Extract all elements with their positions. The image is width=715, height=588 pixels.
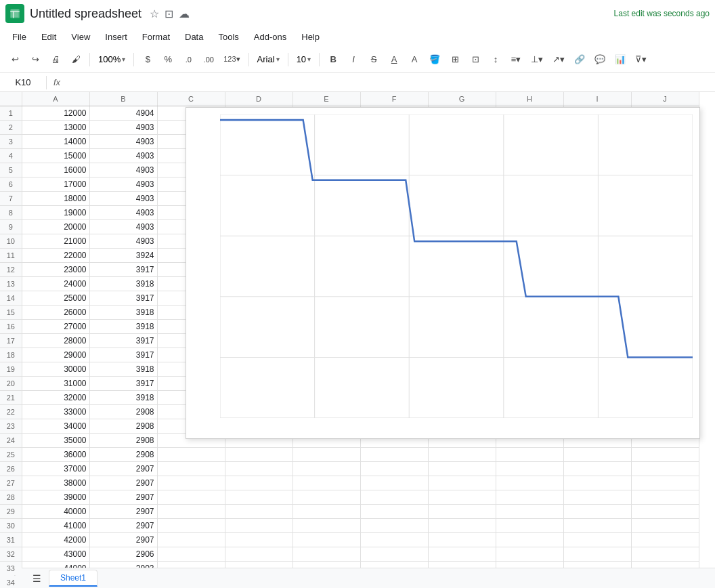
insert-comment-button[interactable]: 💬: [590, 50, 609, 69]
cell-a15[interactable]: 26000: [22, 305, 89, 319]
cell-a9[interactable]: 20000: [22, 219, 89, 234]
cell-empty-30-2[interactable]: [292, 532, 360, 547]
cell-empty-25-0[interactable]: [157, 461, 225, 476]
cell-empty-25-7[interactable]: [631, 461, 699, 476]
font-dropdown[interactable]: Arial ▾: [253, 50, 284, 69]
menu-item-format[interactable]: Format: [135, 30, 177, 43]
cell-empty-26-0[interactable]: [157, 476, 225, 490]
formula-input[interactable]: [67, 77, 712, 87]
cell-empty-31-3[interactable]: [360, 547, 428, 561]
cell-a13[interactable]: 24000: [22, 276, 89, 291]
cell-empty-24-1[interactable]: [225, 447, 292, 461]
cell-empty-26-7[interactable]: [631, 476, 699, 490]
cell-empty-30-4[interactable]: [428, 532, 496, 547]
cell-a4[interactable]: 15000: [22, 148, 89, 163]
history-icon[interactable]: ⊡: [165, 7, 173, 20]
cell-empty-30-0[interactable]: [157, 532, 225, 547]
cell-a26[interactable]: 37000: [22, 461, 89, 476]
cell-empty-26-3[interactable]: [360, 476, 428, 490]
col-header-c[interactable]: C: [157, 92, 225, 106]
cell-b28[interactable]: 2907: [89, 490, 157, 504]
cell-empty-28-4[interactable]: [428, 504, 496, 518]
col-header-e[interactable]: E: [292, 92, 360, 106]
cell-a7[interactable]: 18000: [22, 191, 89, 205]
cell-a8[interactable]: 19000: [22, 205, 89, 219]
cell-b1[interactable]: 4904: [89, 106, 157, 120]
fill-color-button[interactable]: 🪣: [425, 50, 444, 69]
cell-empty-24-7[interactable]: [631, 447, 699, 461]
cell-empty-27-1[interactable]: [225, 490, 292, 504]
cell-b30[interactable]: 2907: [89, 518, 157, 532]
cell-b29[interactable]: 2907: [89, 504, 157, 518]
cell-a3[interactable]: 14000: [22, 134, 89, 148]
cell-a17[interactable]: 28000: [22, 333, 89, 348]
menu-item-tools[interactable]: Tools: [211, 30, 245, 43]
cell-empty-31-4[interactable]: [428, 547, 496, 561]
insert-chart-button[interactable]: 📊: [611, 50, 630, 69]
cell-b18[interactable]: 3917: [89, 348, 157, 362]
cell-b19[interactable]: 3918: [89, 362, 157, 376]
cloud-icon[interactable]: ☁: [179, 7, 190, 20]
cell-empty-30-1[interactable]: [225, 532, 292, 547]
insert-link-button[interactable]: 🔗: [570, 50, 589, 69]
cell-b12[interactable]: 3917: [89, 262, 157, 276]
cell-empty-24-4[interactable]: [428, 447, 496, 461]
cell-a11[interactable]: 22000: [22, 248, 89, 262]
cell-empty-25-6[interactable]: [563, 461, 631, 476]
cell-empty-24-0[interactable]: [157, 447, 225, 461]
print-button[interactable]: 🖨: [46, 50, 65, 69]
percent-button[interactable]: %: [158, 50, 177, 69]
cell-a1[interactable]: 12000: [22, 106, 89, 120]
cell-a2[interactable]: 13000: [22, 120, 89, 134]
bold-button[interactable]: B: [324, 50, 343, 69]
col-header-b[interactable]: B: [89, 92, 157, 106]
cell-empty-30-3[interactable]: [360, 532, 428, 547]
filter-button[interactable]: ⊽▾: [631, 50, 651, 69]
underline-button[interactable]: A: [385, 50, 404, 69]
cell-reference-input[interactable]: K10: [3, 76, 43, 89]
cell-b24[interactable]: 2908: [89, 433, 157, 447]
cell-a25[interactable]: 36000: [22, 447, 89, 461]
cell-empty-31-7[interactable]: [631, 547, 699, 561]
cell-empty-31-2[interactable]: [292, 547, 360, 561]
cell-b3[interactable]: 4903: [89, 134, 157, 148]
cell-a21[interactable]: 32000: [22, 390, 89, 404]
cell-empty-29-3[interactable]: [360, 518, 428, 532]
cell-b11[interactable]: 3924: [89, 248, 157, 262]
cell-empty-27-2[interactable]: [292, 490, 360, 504]
cell-empty-27-0[interactable]: [157, 490, 225, 504]
cell-empty-26-1[interactable]: [225, 476, 292, 490]
cell-b10[interactable]: 4903: [89, 234, 157, 248]
cell-b7[interactable]: 4903: [89, 191, 157, 205]
cell-b9[interactable]: 4903: [89, 219, 157, 234]
merge-button[interactable]: ⊡: [466, 50, 485, 69]
cell-empty-26-2[interactable]: [292, 476, 360, 490]
cell-empty-28-7[interactable]: [631, 504, 699, 518]
cell-empty-24-3[interactable]: [360, 447, 428, 461]
paint-format-button[interactable]: 🖌: [66, 50, 85, 69]
cell-empty-25-4[interactable]: [428, 461, 496, 476]
cell-a10[interactable]: 21000: [22, 234, 89, 248]
col-header-d[interactable]: D: [225, 92, 292, 106]
col-header-i[interactable]: I: [563, 92, 631, 106]
cell-empty-26-6[interactable]: [563, 476, 631, 490]
menu-item-edit[interactable]: Edit: [35, 30, 63, 43]
spreadsheet-title[interactable]: Untitled spreadsheet: [30, 7, 142, 21]
zoom-dropdown[interactable]: 100% ▾: [94, 50, 129, 69]
cell-empty-28-1[interactable]: [225, 504, 292, 518]
currency-button[interactable]: $: [138, 50, 157, 69]
cell-empty-29-4[interactable]: [428, 518, 496, 532]
decrease-decimal-button[interactable]: .0: [179, 50, 198, 69]
cell-b2[interactable]: 4903: [89, 120, 157, 134]
cell-empty-29-6[interactable]: [563, 518, 631, 532]
cell-empty-29-0[interactable]: [157, 518, 225, 532]
menu-item-data[interactable]: Data: [178, 30, 210, 43]
cell-b31[interactable]: 2907: [89, 532, 157, 547]
cell-empty-27-6[interactable]: [563, 490, 631, 504]
cell-a24[interactable]: 35000: [22, 433, 89, 447]
strikethrough-button[interactable]: S: [364, 50, 383, 69]
cell-b20[interactable]: 3917: [89, 376, 157, 390]
cell-empty-29-2[interactable]: [292, 518, 360, 532]
cell-a14[interactable]: 25000: [22, 291, 89, 305]
format-as-number-button[interactable]: 123▾: [219, 50, 244, 69]
